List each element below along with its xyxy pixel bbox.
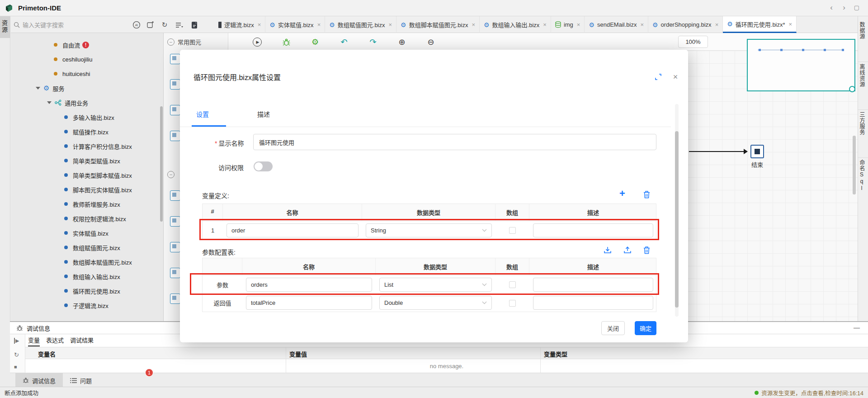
tab-send-email[interactable]: ⚙ sendEMail.bizx × bbox=[585, 16, 648, 33]
sidebar-search[interactable] bbox=[14, 20, 113, 30]
collapse-section-icon[interactable]: − bbox=[167, 171, 175, 178]
search-input[interactable] bbox=[23, 22, 99, 28]
tab-array-script-assign[interactable]: ⚙ 数组脚本赋值图元.bizx × bbox=[396, 16, 480, 33]
tree-item-bizx-file[interactable]: 数组赋值图元.bizx bbox=[11, 240, 163, 255]
delete-variable-icon[interactable] bbox=[642, 190, 651, 199]
run-icon[interactable]: ▶ bbox=[252, 37, 263, 47]
tab-array-io[interactable]: ⚙ 数组输入输出.bizx × bbox=[480, 16, 551, 33]
minimap-resize-handle[interactable] bbox=[849, 86, 855, 92]
tree-item-bizx-file[interactable]: 实体赋值.bizx bbox=[11, 226, 163, 240]
tab-img[interactable]: img × bbox=[551, 16, 585, 33]
right-tab-third-party[interactable]: 三方服务 bbox=[858, 109, 868, 135]
tab-order-shopping[interactable]: ⚙ orderShopping.bizx × bbox=[648, 16, 723, 33]
ai-assist-icon[interactable]: AI bbox=[132, 20, 141, 29]
tree-item-bizx-file[interactable]: 脚本图元实体赋值.bizx bbox=[11, 182, 163, 197]
tree-item-ceshiluojiliu[interactable]: ceshiluojiliu bbox=[11, 52, 163, 66]
zoom-level[interactable]: 100% bbox=[678, 36, 708, 48]
palette-item-icon[interactable] bbox=[170, 268, 180, 278]
nav-back-icon[interactable]: ‹ bbox=[826, 3, 836, 13]
tree-item-bizx-file[interactable]: 多输入输出.bizx bbox=[11, 110, 163, 124]
zoom-in-icon[interactable]: ⊕ bbox=[396, 37, 407, 47]
bottom-tab-issues[interactable]: 问题 1 bbox=[63, 373, 99, 388]
close-icon[interactable]: × bbox=[317, 21, 321, 28]
close-button[interactable]: 关闭 bbox=[601, 321, 625, 335]
tab-entity-assign[interactable]: ⚙ 实体赋值.bizx × bbox=[265, 16, 325, 33]
palette-item-icon[interactable] bbox=[170, 216, 180, 227]
stop-icon[interactable]: ■ bbox=[14, 364, 17, 370]
debug-tab-variables[interactable]: 变量 bbox=[28, 336, 40, 346]
palette-item-icon[interactable] bbox=[170, 54, 180, 64]
array-checkbox[interactable] bbox=[509, 300, 516, 307]
close-icon[interactable]: × bbox=[671, 72, 680, 81]
close-icon[interactable]: × bbox=[258, 21, 261, 28]
minimap[interactable] bbox=[747, 39, 855, 91]
debug-bug-icon[interactable] bbox=[281, 37, 292, 47]
return-name-input[interactable] bbox=[246, 296, 372, 310]
dialog-tab-description[interactable]: 描述 bbox=[257, 109, 270, 118]
nav-forward-icon[interactable]: › bbox=[839, 3, 849, 13]
resource-change-notice[interactable]: 资源发生变更，点击查看,检查时间:16:14 bbox=[755, 389, 863, 397]
activity-tab-resources[interactable]: 资源 bbox=[0, 16, 10, 38]
right-tab-datasource[interactable]: 数据源 bbox=[858, 20, 868, 39]
debug-settings-icon[interactable]: ⚙ bbox=[310, 37, 321, 47]
debug-tab-expressions[interactable]: 表达式 bbox=[46, 336, 64, 346]
close-icon[interactable]: × bbox=[715, 21, 719, 28]
confirm-button[interactable]: 确定 bbox=[635, 321, 656, 335]
display-name-input[interactable] bbox=[253, 134, 656, 150]
sidebar-scrollbar[interactable] bbox=[160, 106, 163, 222]
minimize-panel-icon[interactable]: — bbox=[854, 324, 860, 331]
end-node[interactable] bbox=[750, 145, 764, 158]
new-element-icon[interactable] bbox=[146, 20, 155, 29]
tree-item-services[interactable]: ⚙服务 bbox=[11, 81, 163, 95]
close-icon[interactable]: × bbox=[640, 21, 644, 28]
dialog-tab-settings[interactable]: 设置 bbox=[196, 109, 209, 118]
right-tab-offline-resources[interactable]: 离线资源 bbox=[858, 62, 868, 87]
tab-array-assign[interactable]: ⚙ 数组赋值图元.bizx × bbox=[325, 16, 396, 33]
tree-item-bizx-file[interactable]: 循环图元使用.bizx bbox=[11, 284, 163, 298]
tab-logic-flow[interactable]: 逻辑流.bizx × bbox=[214, 16, 265, 33]
import-params-icon[interactable] bbox=[603, 246, 612, 255]
tree-item-bizx-file[interactable]: 简单类型脚本赋值.bizx bbox=[11, 168, 163, 182]
close-icon[interactable]: × bbox=[577, 21, 580, 28]
refresh-icon[interactable]: ↻ bbox=[160, 20, 169, 29]
collapse-section-icon[interactable]: − bbox=[167, 38, 175, 46]
palette-item-icon[interactable] bbox=[170, 294, 180, 304]
palette-item-icon[interactable] bbox=[170, 105, 180, 115]
palette-item-icon[interactable] bbox=[170, 79, 180, 90]
palette-item-icon[interactable] bbox=[170, 190, 180, 201]
right-tab-named-sql[interactable]: 命名Sql bbox=[858, 157, 868, 192]
close-icon[interactable]: × bbox=[789, 21, 793, 28]
variable-name-input[interactable] bbox=[226, 223, 359, 237]
tree-item-bizx-file[interactable]: 权限控制逻辑流.bizx bbox=[11, 211, 163, 226]
palette-item-icon[interactable] bbox=[170, 242, 180, 252]
tree-item-bizx-file[interactable]: 计算客户积分信息.bizx bbox=[11, 139, 163, 153]
restore-window-icon[interactable]: ▢ bbox=[852, 3, 862, 13]
sort-list-icon[interactable] bbox=[175, 20, 184, 29]
tree-item-bizx-file[interactable]: 数组输入输出.bizx bbox=[11, 269, 163, 284]
palette-item-icon[interactable] bbox=[170, 131, 180, 141]
tree-item-common-business[interactable]: 通用业务 bbox=[11, 95, 163, 110]
close-icon[interactable]: × bbox=[543, 21, 547, 28]
export-params-icon[interactable] bbox=[623, 246, 632, 255]
undo-icon[interactable]: ↶ bbox=[339, 37, 349, 47]
tab-loop-element-usage[interactable]: ⚙ 循环图元使用.bizx* × bbox=[723, 16, 797, 33]
tree-item-free-flow[interactable]: 自由流! bbox=[11, 38, 163, 52]
tree-item-bizx-file[interactable]: 数组脚本赋值图元.bizx bbox=[11, 255, 163, 269]
add-variable-icon[interactable]: + bbox=[619, 189, 625, 198]
dialog-scrollbar-thumb[interactable] bbox=[675, 131, 679, 308]
tree-item-huituiceshi[interactable]: huituiceshi bbox=[11, 66, 163, 81]
param-desc-input[interactable] bbox=[533, 278, 653, 292]
step-over-icon[interactable]: ▶ bbox=[14, 338, 19, 344]
array-checkbox[interactable] bbox=[509, 281, 516, 288]
zoom-out-icon[interactable]: ⊖ bbox=[425, 37, 436, 47]
refresh-icon[interactable]: ↻ bbox=[14, 351, 19, 358]
array-checkbox[interactable] bbox=[509, 227, 516, 234]
close-icon[interactable]: × bbox=[472, 21, 475, 28]
param-name-input[interactable] bbox=[246, 278, 372, 292]
export-doc-icon[interactable] bbox=[190, 20, 199, 29]
access-permission-toggle[interactable] bbox=[254, 161, 273, 171]
debug-tab-results[interactable]: 调试结果 bbox=[70, 336, 94, 346]
tree-item-bizx-file[interactable]: 子逻辑流.bizx bbox=[11, 298, 163, 313]
delete-param-icon[interactable] bbox=[642, 246, 651, 255]
variable-type-select[interactable]: String bbox=[366, 223, 492, 237]
